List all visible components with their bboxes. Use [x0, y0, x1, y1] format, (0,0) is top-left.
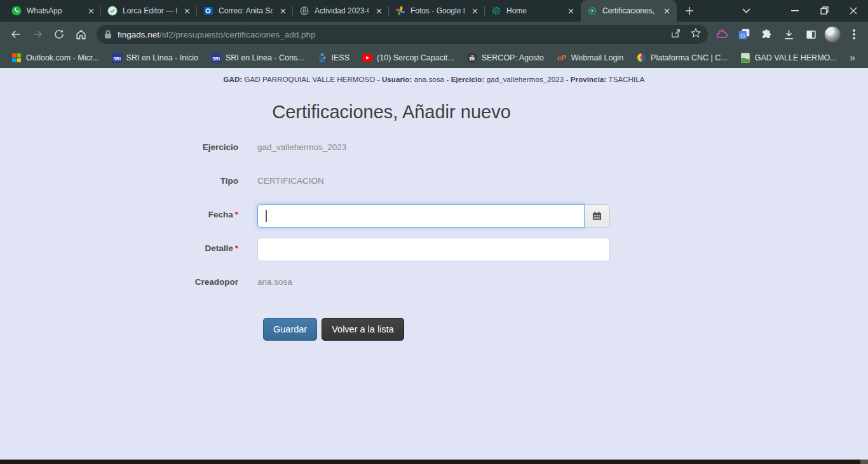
bookmark-sri-inicio[interactable]: SRI SRI en Línea - Inicio	[107, 50, 203, 65]
fecha-row: Fecha*	[173, 204, 610, 228]
bookmark-iess[interactable]: IESS	[312, 50, 355, 65]
save-button[interactable]: Guardar	[263, 318, 317, 341]
svg-text:SRI: SRI	[113, 56, 121, 60]
tipo-row: Tipo CERTIFICACION	[173, 170, 610, 194]
bookmark-plataforma-cnc[interactable]: Plataforma CNC | C...	[631, 50, 733, 65]
home-button[interactable]	[70, 24, 92, 45]
detalle-field-label: Detalle*	[173, 238, 238, 261]
creadopor-field-value: ana.sosa	[257, 271, 610, 287]
cnc-icon	[636, 53, 646, 63]
ejercicio-label: Ejercicio:	[451, 76, 485, 83]
new-tab-button[interactable]	[681, 2, 698, 20]
bookmark-label: Webmail Login	[571, 53, 623, 62]
bookmark-sri-consultas[interactable]: SRI SRI en Línea - Cons...	[206, 50, 309, 65]
lock-icon[interactable]	[104, 30, 112, 39]
svg-text:m̃: m̃	[469, 54, 475, 61]
extensions-puzzle-icon[interactable]	[757, 25, 775, 43]
provincia-value: TSACHILA	[609, 76, 645, 83]
sri-icon: SRI	[112, 53, 122, 63]
address-bar[interactable]: fingads.net/sf2/presupuesto/certificacio…	[97, 25, 708, 44]
microsoft-icon	[11, 53, 22, 63]
lorca-check-icon	[107, 6, 118, 16]
tab-google-fotos[interactable]: Fotos - Google F	[389, 0, 485, 22]
bookmarks-overflow-chevron[interactable]: »	[844, 52, 860, 64]
bookmark-label: SRI en Línea - Cons...	[226, 53, 304, 62]
minimize-button[interactable]	[780, 0, 810, 21]
window-controls	[780, 0, 868, 21]
tab-close-icon[interactable]	[278, 6, 288, 16]
bookmarks-bar: Outlook.com - Micr... SRI SRI en Línea -…	[0, 47, 868, 68]
provincia-label: Provincia:	[571, 76, 607, 83]
url-text[interactable]: fingads.net/sf2/presupuesto/certificacio…	[118, 30, 665, 39]
youtube-icon	[362, 53, 372, 63]
translate-extension-icon[interactable]: G	[735, 25, 753, 43]
bookmark-sercop-youtube[interactable]: (10) Sercop Capacit...	[357, 50, 459, 65]
bookmark-sercop-agosto[interactable]: m̃ SERCOP: Agosto	[462, 50, 549, 65]
tab-close-icon[interactable]	[374, 6, 384, 16]
google-photos-icon	[395, 6, 405, 16]
restore-button[interactable]	[810, 0, 839, 21]
bookmark-label: GAD VALLE HERMO...	[755, 53, 837, 62]
bookmark-label: (10) Sercop Capacit...	[377, 53, 454, 62]
bookmark-label: Plataforma CNC | C...	[651, 53, 728, 62]
text-cursor	[266, 210, 267, 222]
cloud-extension-icon[interactable]	[713, 25, 731, 43]
bookmark-label: SERCOP: Agosto	[482, 53, 544, 62]
tab-title: Correo: Anita Sos	[219, 6, 273, 15]
bookmark-webmail[interactable]: cP Webmail Login	[552, 50, 628, 65]
tab-close-icon[interactable]	[182, 6, 192, 16]
url-domain: fingads.net	[118, 30, 159, 39]
profile-avatar[interactable]	[824, 26, 841, 43]
tab-title: Certificaciones, A	[602, 6, 656, 15]
bookmark-outlook[interactable]: Outlook.com - Micr...	[6, 50, 104, 65]
tab-certificaciones-active[interactable]: Certificaciones, A	[581, 0, 677, 22]
share-icon[interactable]	[670, 28, 681, 41]
tab-home[interactable]: Home	[485, 0, 581, 22]
omnibox-actions	[670, 27, 702, 41]
tab-title: Lorca Editor — El	[123, 6, 177, 15]
extensions-area: G	[712, 25, 864, 43]
gad-emblem-icon	[740, 53, 750, 63]
bookmark-label: Outlook.com - Micr...	[26, 53, 99, 62]
tab-correo-outlook[interactable]: Correo: Anita Sos	[197, 0, 293, 22]
web-page: GAD: GAD PARROQUIAL VALLE HERMOSO - Usua…	[0, 68, 868, 460]
close-window-button[interactable]	[839, 0, 868, 21]
calendar-button[interactable]	[585, 204, 610, 228]
iess-icon	[317, 53, 327, 63]
back-button[interactable]	[5, 24, 27, 45]
gear-icon	[491, 6, 501, 16]
detalle-input[interactable]	[257, 238, 610, 261]
tab-search-chevron-icon[interactable]	[733, 0, 759, 21]
side-panel-icon[interactable]	[802, 25, 820, 43]
bookmark-star-icon[interactable]	[690, 27, 702, 41]
tab-title: Home	[506, 6, 560, 15]
download-icon[interactable]	[780, 25, 797, 43]
tab-close-icon[interactable]	[470, 6, 480, 16]
chrome-menu-icon[interactable]	[845, 25, 863, 43]
bookmark-label: IESS	[332, 53, 350, 62]
svg-text:G: G	[740, 32, 745, 39]
tab-whatsapp[interactable]: WhatsApp	[5, 0, 101, 22]
reload-button[interactable]	[48, 24, 70, 45]
whatsapp-icon	[11, 6, 22, 16]
tab-title: Actividad 2023-0	[315, 6, 369, 15]
tab-close-icon[interactable]	[566, 6, 576, 16]
cpanel-icon: cP	[557, 53, 567, 63]
tab-close-icon[interactable]	[661, 6, 672, 16]
required-asterisk: *	[235, 243, 238, 253]
tab-lorca-editor[interactable]: Lorca Editor — El	[101, 0, 197, 22]
forward-button[interactable]	[27, 24, 48, 45]
tab-actividad[interactable]: Actividad 2023-0	[293, 0, 389, 22]
globe-icon	[299, 6, 309, 16]
form-container: Certificaciones, Añadir nuevo Ejercicio …	[173, 102, 610, 341]
tab-close-icon[interactable]	[86, 6, 96, 16]
sri-icon: SRI	[211, 53, 221, 63]
back-to-list-button[interactable]: Volver a la lista	[322, 318, 404, 341]
tipo-field-value: CERTIFICACION	[257, 170, 610, 186]
calendar-icon	[592, 211, 602, 221]
gad-value: GAD PARROQUIAL VALLE HERMOSO	[245, 76, 376, 83]
fecha-input[interactable]	[257, 204, 585, 228]
bookmark-gad-valle-hermoso[interactable]: GAD VALLE HERMO...	[735, 50, 842, 65]
required-asterisk: *	[235, 210, 238, 219]
ejercicio-field-value: gad_vallehermos_2023	[257, 137, 610, 152]
